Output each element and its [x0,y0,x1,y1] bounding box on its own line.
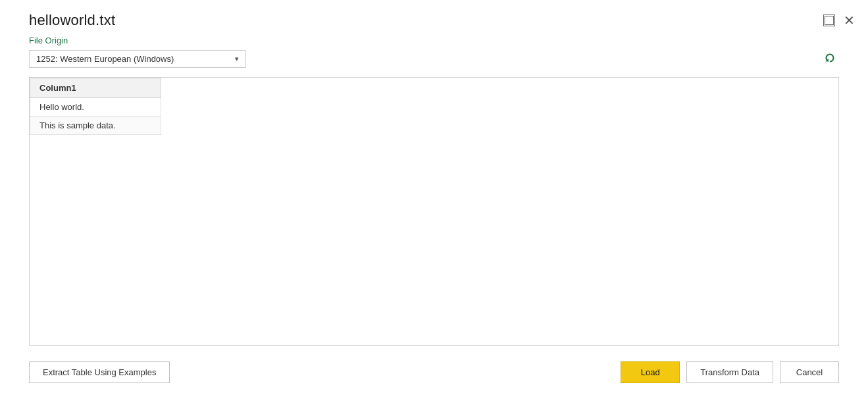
table-row: Hello world. [30,98,161,117]
file-origin-selected-value: 1252: Western European (Windows) [36,54,174,64]
title-bar: helloworld.txt ✕ [0,0,868,36]
extract-table-button[interactable]: Extract Table Using Examples [29,361,170,383]
close-icon: ✕ [844,14,855,27]
footer-right: Load Transform Data Cancel [621,361,839,383]
close-button[interactable]: ✕ [843,14,855,26]
data-table: Column1 Hello world.This is sample data. [30,78,161,135]
maximize-icon [825,16,834,25]
content-area: File Origin 1252: Western European (Wind… [0,36,868,355]
file-origin-dropdown[interactable]: 1252: Western European (Windows) ▾ [29,50,246,68]
refresh-button[interactable] [821,49,839,68]
maximize-button[interactable] [823,14,835,26]
chevron-down-icon: ▾ [235,55,239,63]
table-row: This is sample data. [30,117,161,135]
file-origin-row: 1252: Western European (Windows) ▾ [29,49,839,68]
window-title: helloworld.txt [29,12,115,29]
column1-header: Column1 [30,78,161,98]
refresh-icon [823,51,837,66]
table-cell-col1: This is sample data. [30,117,161,135]
load-button[interactable]: Load [621,361,680,383]
table-cell-col1: Hello world. [30,98,161,117]
cancel-button[interactable]: Cancel [780,361,839,383]
window: helloworld.txt ✕ File Origin 1252: Weste… [0,0,868,395]
window-controls: ✕ [823,14,855,26]
transform-data-button[interactable]: Transform Data [686,361,773,383]
footer: Extract Table Using Examples Load Transf… [0,355,868,395]
file-origin-label: File Origin [29,36,839,45]
footer-left: Extract Table Using Examples [29,361,170,383]
data-table-container[interactable]: Column1 Hello world.This is sample data. [29,77,839,346]
